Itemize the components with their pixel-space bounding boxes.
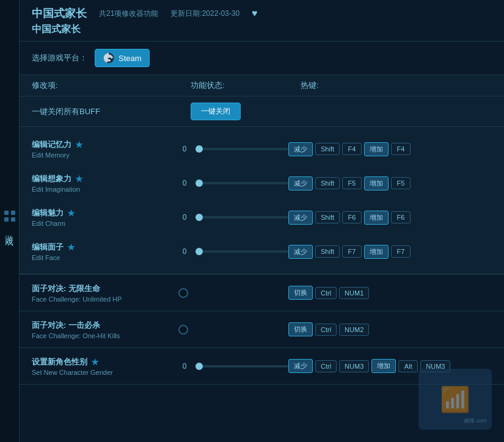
slider-container-gender: 0 <box>178 362 288 371</box>
key-num3-dec-gender: NUM3 <box>339 360 369 372</box>
key-shift-imagination: Shift <box>315 177 340 189</box>
slider-value-imagination: 0 <box>178 179 191 187</box>
mod-name-en-imagination: Edit Imagination <box>32 186 178 193</box>
slider-container-memory: 0 <box>178 145 288 153</box>
key-f5-dec-imagination: F5 <box>342 177 362 189</box>
mod-name-cn-imagination: 编辑想象力 ★ <box>32 173 178 184</box>
decrease-btn-charm[interactable]: 减少 <box>288 211 313 225</box>
sidebar-game-icon <box>2 209 17 223</box>
decrease-btn-memory[interactable]: 减少 <box>288 142 313 156</box>
platform-row: 选择游戏平台： Steam <box>20 42 504 75</box>
col-mod-header: 修改项: <box>32 80 191 91</box>
mod-name-cn-charm: 编辑魅力 ★ <box>32 208 178 219</box>
key-f6-dec-charm: F6 <box>342 211 362 223</box>
header: 中国式家长 共21项修改器功能 更新日期:2022-03-30 ♥ 中国式家长 <box>20 0 504 42</box>
slider-track-memory[interactable] <box>195 148 288 150</box>
toggle-circle-ohk[interactable] <box>178 325 188 335</box>
mod-name-en-charm: Edit Charm <box>32 220 178 227</box>
svg-rect-0 <box>4 211 9 215</box>
key-ctrl-ohk: Ctrl <box>315 324 337 336</box>
content-area: 中国式家长 共21项修改器功能 更新日期:2022-03-30 ♥ 中国式家长 … <box>20 0 504 442</box>
star-icon-imagination: ★ <box>75 174 83 184</box>
slider-row-memory: 编辑记忆力 ★ Edit Memory 0 减少 Shift F4 <box>20 132 504 166</box>
decrease-btn-imagination[interactable]: 减少 <box>288 176 313 190</box>
hotkey-group-charm: 减少 Shift F6 增加 F6 <box>288 211 492 225</box>
update-date: 更新日期:2022-03-30 <box>170 9 239 19</box>
key-shift-charm: Shift <box>315 211 340 223</box>
mod-info-gender: 设置新角色性别 ★ Set New Character Gender <box>32 357 178 376</box>
increase-btn-face[interactable]: 增加 <box>364 245 389 259</box>
hotkey-group-gender: 减少 Ctrl NUM3 增加 Alt NUM3 <box>288 359 492 373</box>
svg-rect-3 <box>11 217 15 222</box>
key-num3-inc-gender: NUM3 <box>420 360 450 372</box>
hotkey-group-imagination: 减少 Shift F5 增加 F5 <box>288 176 492 190</box>
game-title-sub: 中国式家长 <box>32 24 81 34</box>
toggle-btn-ohk[interactable]: 切换 <box>288 322 313 336</box>
decrease-btn-gender[interactable]: 减少 <box>288 359 313 373</box>
mod-count: 共21项修改器功能 <box>99 9 158 19</box>
toggle-btn-hp[interactable]: 切换 <box>288 286 313 300</box>
mod-info-imagination: 编辑想象力 ★ Edit Imagination <box>32 173 178 193</box>
mod-name-en-hp: Face Challenge: Unlimited HP <box>32 295 178 303</box>
slider-row-imagination: 编辑想象力 ★ Edit Imagination 0 减少 Shift F5 <box>20 166 504 200</box>
game-title-main: 中国式家长 <box>32 6 87 21</box>
mod-name-en-memory: Edit Memory <box>32 151 178 159</box>
steam-logo-icon <box>103 52 115 64</box>
main-container: 游戏 中国式家长 共21项修改器功能 更新日期:2022-03-30 ♥ 中国式… <box>0 0 504 442</box>
star-icon-face: ★ <box>67 242 75 252</box>
key-alt-gender: Alt <box>398 360 418 372</box>
mod-info-face: 编辑面子 ★ Edit Face <box>32 242 178 261</box>
slider-container-charm: 0 <box>178 213 288 222</box>
hotkey-group-hp: 切换 Ctrl NUM1 <box>288 286 492 300</box>
key-f6-inc-charm: F6 <box>391 211 411 223</box>
slider-track-gender[interactable] <box>195 365 288 368</box>
toggle-row-hp: 面子对决: 无限生命 Face Challenge: Unlimited HP … <box>20 275 504 311</box>
steam-button[interactable]: Steam <box>95 49 150 67</box>
toggle-circle-hp[interactable] <box>178 288 188 298</box>
sidebar: 游戏 <box>0 0 20 442</box>
mod-name-cn-hp: 面子对决: 无限生命 <box>32 283 178 294</box>
decrease-btn-face[interactable]: 减少 <box>288 245 313 259</box>
mod-name-en-gender: Set New Character Gender <box>32 369 178 376</box>
mod-name-en-ohk: Face Challenge: One-Hit Kills <box>32 332 178 339</box>
slider-track-charm[interactable] <box>195 216 288 219</box>
star-icon-charm: ★ <box>67 208 75 218</box>
key-f7-inc-face: F7 <box>391 245 411 258</box>
star-icon-memory: ★ <box>75 140 83 150</box>
key-f7-dec-face: F7 <box>342 245 362 258</box>
slider-container-imagination: 0 <box>178 179 288 187</box>
mod-info-ohk: 面子对决: 一击必杀 Face Challenge: One-Hit Kills <box>32 320 178 339</box>
steam-label: Steam <box>119 54 142 63</box>
increase-btn-charm[interactable]: 增加 <box>364 211 389 225</box>
increase-btn-imagination[interactable]: 增加 <box>364 176 389 190</box>
star-icon-gender: ★ <box>91 357 99 367</box>
hotkey-group-ohk: 切换 Ctrl NUM2 <box>288 322 492 336</box>
bottom-section: 面子对决: 无限生命 Face Challenge: Unlimited HP … <box>20 275 504 442</box>
slider-value-face: 0 <box>178 247 191 256</box>
slider-row-charm: 编辑魅力 ★ Edit Charm 0 减少 Shift F6 增 <box>20 200 504 234</box>
key-ctrl-hp: Ctrl <box>315 287 337 299</box>
slider-value-memory: 0 <box>178 145 191 153</box>
table-header: 修改项: 功能状态: 热键: <box>20 75 504 96</box>
mod-name-en-face: Edit Face <box>32 254 178 261</box>
mod-name-cn-memory: 编辑记忆力 ★ <box>32 139 178 150</box>
toggle-row-ohk: 面子对决: 一击必杀 Face Challenge: One-Hit Kills… <box>20 311 504 348</box>
slider-section: 编辑记忆力 ★ Edit Memory 0 减少 Shift F4 <box>20 127 504 275</box>
key-f5-inc-imagination: F5 <box>391 177 411 189</box>
header-top: 中国式家长 共21项修改器功能 更新日期:2022-03-30 ♥ <box>32 6 492 21</box>
increase-btn-memory[interactable]: 增加 <box>364 142 389 156</box>
one-click-button[interactable]: 一键关闭 <box>191 103 241 120</box>
slider-track-imagination[interactable] <box>195 182 288 184</box>
slider-value-charm: 0 <box>178 213 191 222</box>
key-f4-dec-memory: F4 <box>342 143 362 155</box>
one-click-label: 一键关闭所有BUFF <box>32 106 191 117</box>
mod-info-charm: 编辑魅力 ★ Edit Charm <box>32 208 178 227</box>
slider-track-face[interactable] <box>195 250 288 253</box>
key-num2-ohk: NUM2 <box>339 324 369 336</box>
increase-btn-gender[interactable]: 增加 <box>371 359 396 373</box>
key-shift-memory: Shift <box>315 143 340 155</box>
heart-icon[interactable]: ♥ <box>252 8 258 19</box>
key-shift-face: Shift <box>315 245 340 258</box>
mod-info-memory: 编辑记忆力 ★ Edit Memory <box>32 139 178 159</box>
hotkey-group-face: 减少 Shift F7 增加 F7 <box>288 245 492 259</box>
